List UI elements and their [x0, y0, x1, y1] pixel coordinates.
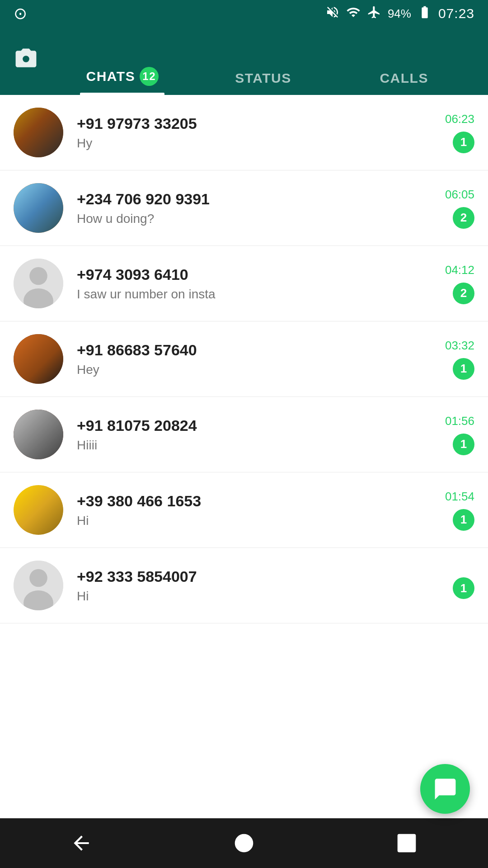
chat-preview: Hi — [77, 589, 444, 604]
list-item[interactable]: +974 3093 6410 I saw ur number on insta … — [0, 246, 488, 321]
avatar — [14, 108, 63, 157]
avatar — [14, 410, 63, 459]
unread-badge: 1 — [453, 434, 474, 455]
status-bar-right: 94% 07:23 — [325, 5, 474, 23]
chat-meta: 04:12 2 — [445, 263, 474, 304]
header: CHATS 12 STATUS CALLS — [0, 27, 488, 95]
chat-meta: 1 — [453, 572, 474, 599]
chat-time: 03:32 — [445, 339, 474, 353]
status-time: 07:23 — [438, 6, 474, 21]
nav-home-button[interactable] — [226, 825, 262, 861]
chat-name: +234 706 920 9391 — [77, 190, 436, 208]
list-item[interactable]: +234 706 920 9391 How u doing? 06:05 2 — [0, 170, 488, 246]
chat-name: +91 86683 57640 — [77, 341, 436, 359]
tab-status-label: STATUS — [235, 71, 291, 86]
unread-badge: 1 — [453, 509, 474, 531]
list-item[interactable]: +92 333 5854007 Hi 1 — [0, 548, 488, 623]
battery-icon — [418, 5, 432, 23]
chat-name: +91 81075 20824 — [77, 417, 436, 434]
chat-meta: 03:32 1 — [445, 339, 474, 380]
new-chat-fab[interactable] — [420, 764, 470, 814]
avatar — [14, 259, 63, 308]
camera-icon[interactable] — [14, 47, 38, 75]
wifi-icon — [346, 5, 361, 23]
avatar — [14, 334, 63, 384]
nav-recents-button[interactable] — [389, 825, 425, 861]
unread-badge: 1 — [453, 132, 474, 153]
chat-time: 06:23 — [445, 112, 474, 126]
chat-info: +91 81075 20824 Hiiii — [77, 417, 436, 453]
svg-rect-7 — [398, 835, 415, 852]
tab-bar: CHATS 12 STATUS CALLS — [52, 27, 474, 95]
nav-back-button[interactable] — [63, 825, 99, 861]
list-item[interactable]: +91 86683 57640 Hey 03:32 1 — [0, 321, 488, 397]
whatsapp-icon: ⊙ — [14, 4, 27, 23]
unread-badge: 1 — [453, 577, 474, 599]
airplane-icon — [367, 5, 381, 23]
chat-time: 06:05 — [445, 188, 474, 202]
bottom-navigation — [0, 818, 488, 868]
avatar — [14, 485, 63, 535]
chat-meta: 06:23 1 — [445, 112, 474, 153]
chat-time: 04:12 — [445, 263, 474, 277]
chat-info: +92 333 5854007 Hi — [77, 568, 444, 604]
tab-chats[interactable]: CHATS 12 — [52, 27, 193, 95]
unread-badge: 2 — [453, 283, 474, 304]
chat-meta: 01:54 1 — [445, 490, 474, 531]
chat-name: +91 97973 33205 — [77, 115, 436, 132]
chat-name: +39 380 466 1653 — [77, 492, 436, 510]
avatar — [14, 183, 63, 233]
chat-time: 01:56 — [445, 414, 474, 428]
status-bar-left: ⊙ — [14, 4, 27, 23]
chat-preview: I saw ur number on insta — [77, 287, 436, 302]
chat-list: +91 97973 33205 Hy 06:23 1 +234 706 920 … — [0, 95, 488, 623]
unread-badge: 2 — [453, 207, 474, 229]
svg-point-6 — [235, 835, 253, 852]
battery-level: 94% — [388, 7, 411, 21]
list-item[interactable]: +91 81075 20824 Hiiii 01:56 1 — [0, 397, 488, 472]
chat-meta: 01:56 1 — [445, 414, 474, 455]
tab-chats-badge: 12 — [140, 67, 159, 86]
chat-info: +91 97973 33205 Hy — [77, 115, 436, 151]
status-bar: ⊙ 94% 07:23 — [0, 0, 488, 27]
mute-icon — [325, 5, 340, 23]
tab-chats-label: CHATS — [86, 69, 136, 84]
avatar — [14, 561, 63, 610]
tab-calls[interactable]: CALLS — [333, 27, 474, 95]
svg-point-4 — [29, 569, 47, 587]
chat-preview: Hy — [77, 136, 436, 151]
chat-info: +39 380 466 1653 Hi — [77, 492, 436, 528]
chat-info: +234 706 920 9391 How u doing? — [77, 190, 436, 226]
chat-preview: Hey — [77, 363, 436, 377]
chat-info: +91 86683 57640 Hey — [77, 341, 436, 377]
chat-preview: Hi — [77, 514, 436, 528]
chat-preview: How u doing? — [77, 212, 436, 226]
chat-info: +974 3093 6410 I saw ur number on insta — [77, 266, 436, 302]
unread-badge: 1 — [453, 358, 474, 380]
chat-time: 01:54 — [445, 490, 474, 504]
chat-name: +92 333 5854007 — [77, 568, 444, 585]
chat-name: +974 3093 6410 — [77, 266, 436, 283]
tab-status[interactable]: STATUS — [193, 27, 334, 95]
chat-meta: 06:05 2 — [445, 188, 474, 229]
list-item[interactable]: +91 97973 33205 Hy 06:23 1 — [0, 95, 488, 170]
list-item[interactable]: +39 380 466 1653 Hi 01:54 1 — [0, 472, 488, 548]
tab-calls-label: CALLS — [380, 71, 428, 86]
svg-point-1 — [29, 267, 47, 285]
chat-preview: Hiiii — [77, 438, 436, 453]
